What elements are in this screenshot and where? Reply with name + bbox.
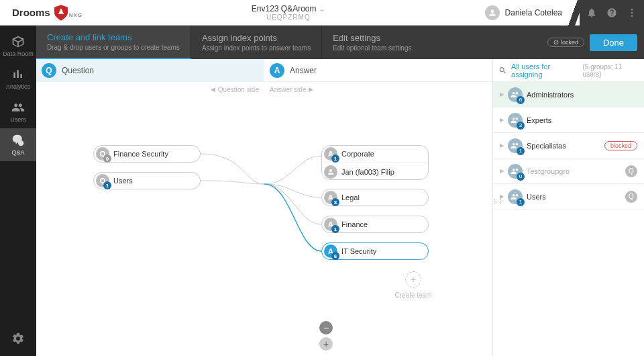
bars-icon	[11, 68, 25, 81]
nav-qa[interactable]: Q&A	[0, 128, 36, 161]
tab-sub: Drag & drop users or groups to create te…	[47, 44, 180, 51]
q-chip-icon: Q	[42, 63, 56, 78]
tab-assign-index[interactable]: Assign index points Assign index points …	[191, 26, 322, 59]
nav-label: Q&A	[11, 149, 24, 156]
top-icon-tray	[580, 0, 644, 26]
create-team-button[interactable]: +	[405, 271, 421, 287]
group-name: Users	[527, 193, 621, 201]
group-name: Experts	[527, 116, 637, 124]
team-name: Corporate	[341, 150, 374, 158]
q-column-label: Question	[62, 66, 94, 75]
nav-label: Analytics	[6, 83, 30, 90]
chevron-right-icon: ▶	[500, 91, 504, 97]
chevron-right-icon: ▶	[500, 168, 504, 174]
question-team-pill[interactable]: Q1 Users	[93, 172, 201, 189]
room-title[interactable]: Env123 Q&Aroom ⌄ UEQPZRMQ	[92, 4, 485, 21]
users-panel: All users for assigning (5 groups; 11 us…	[492, 59, 644, 356]
a-chip-icon: A1	[324, 147, 337, 161]
step-tabs: Create and link teams Drag & drop users …	[36, 26, 644, 59]
group-row[interactable]: ▶ 1 Users Q	[493, 184, 644, 210]
tab-create-teams[interactable]: Create and link teams Drag & drop users …	[36, 26, 191, 59]
blocked-badge: blocked	[604, 141, 637, 150]
brand-sub: NXG	[69, 12, 83, 18]
chevron-right-icon: ▶	[500, 142, 504, 148]
user-block[interactable]: Daniela Cotelea	[485, 5, 573, 20]
menu-dots-icon[interactable]	[627, 7, 637, 18]
svg-point-2	[631, 15, 633, 17]
q-marker: Q	[625, 191, 637, 203]
group-name: Testgroupgro	[527, 167, 621, 175]
group-icon: 1	[508, 138, 523, 153]
panel-header[interactable]: All users for assigning (5 groups; 11 us…	[493, 59, 644, 82]
nav-label: Data Room	[3, 50, 34, 57]
team-name: Legal	[341, 193, 360, 202]
person-name: Jan (fa003) Filip	[341, 168, 394, 176]
shield-icon	[54, 5, 68, 21]
answer-team-pill[interactable]: A6 IT Security	[321, 242, 429, 260]
search-icon[interactable]	[498, 66, 507, 75]
brand-logo[interactable]: Drooms NXG	[0, 5, 92, 21]
team-name: Finance Security	[113, 150, 168, 158]
canvas-header: Q Question A Answer	[36, 59, 492, 82]
team-name: Finance	[341, 220, 368, 228]
room-name: Env123 Q&Aroom	[252, 4, 317, 13]
tab-sub: Assign index points to answer teams	[202, 44, 311, 52]
team-name: IT Security	[341, 247, 376, 255]
tab-edit-settings[interactable]: Edit settings Edit optional team setting…	[322, 26, 422, 59]
tab-title: Edit settings	[333, 33, 411, 43]
group-row[interactable]: ▶ 1 Specialistas blocked	[493, 133, 644, 159]
q-chip-icon: Q1	[96, 174, 109, 187]
svg-point-1	[631, 11, 633, 13]
group-row[interactable]: ▶ 0 Testgroupgro Q	[493, 159, 644, 184]
team-canvas[interactable]: Q0 Finance Security Q1 Users A1 Corporat…	[36, 97, 492, 356]
group-icon: 6	[508, 87, 523, 102]
answer-team-pill[interactable]: A3 Legal	[321, 189, 429, 206]
person-icon	[324, 165, 337, 179]
a-chip-icon: A	[270, 63, 284, 78]
username: Daniela Cotelea	[505, 8, 562, 17]
tab-title: Assign index points	[202, 33, 311, 43]
nav-users[interactable]: Users	[0, 95, 36, 128]
left-nav: Data Room Analytics Users Q&A	[0, 26, 36, 356]
a-chip-icon: A3	[324, 191, 337, 204]
zoom-out-button[interactable]: −	[319, 321, 333, 335]
svg-point-3	[18, 140, 23, 146]
drag-handle-icon[interactable]: ⋮⋮	[491, 197, 503, 206]
room-code: UEQPZRMQ	[92, 13, 485, 21]
help-icon[interactable]	[606, 7, 617, 18]
avatar-icon	[485, 5, 500, 20]
locked-badge: locked	[547, 38, 584, 47]
group-row[interactable]: ▶ 6 Administrators	[493, 82, 644, 107]
side-hints: ◀Question side Answer side▶	[36, 82, 492, 97]
nav-analytics[interactable]: Analytics	[0, 62, 36, 95]
panel-title: All users for assigning	[511, 62, 578, 79]
bell-icon[interactable]	[586, 7, 597, 18]
a-chip-icon: A1	[324, 218, 337, 231]
zoom-controls: − +	[319, 321, 333, 351]
group-row[interactable]: ▶ 3 Experts	[493, 107, 644, 133]
nav-label: Users	[10, 116, 26, 123]
a-chip-icon: A6	[324, 244, 337, 258]
nav-dataroom[interactable]: Data Room	[0, 30, 36, 62]
settings-icon[interactable]	[11, 332, 25, 345]
tab-title: Create and link teams	[47, 32, 180, 42]
answer-team-pill[interactable]: A1 Finance	[321, 216, 429, 233]
top-bar: Drooms NXG Env123 Q&Aroom ⌄ UEQPZRMQ Dan…	[0, 0, 644, 26]
q-marker: Q	[625, 165, 637, 177]
create-team-label: Create team	[392, 292, 435, 299]
team-name: Users	[113, 177, 133, 185]
group-icon: 3	[508, 113, 523, 128]
tab-sub: Edit optional team settings	[333, 44, 411, 52]
svg-point-0	[631, 9, 633, 11]
group-icon: 1	[508, 189, 523, 204]
group-name: Administrators	[527, 91, 637, 99]
people-icon	[11, 101, 25, 114]
group-name: Specialistas	[527, 142, 600, 150]
answer-team-pill[interactable]: A1 Corporate Jan (fa003) Filip	[321, 145, 429, 180]
a-column-label: Answer	[290, 66, 317, 75]
group-icon: 0	[508, 164, 523, 179]
question-team-pill[interactable]: Q0 Finance Security	[93, 145, 201, 163]
done-button[interactable]: Done	[590, 34, 637, 51]
zoom-in-button[interactable]: +	[319, 337, 333, 351]
panel-meta: (5 groups; 11 users)	[582, 63, 639, 78]
